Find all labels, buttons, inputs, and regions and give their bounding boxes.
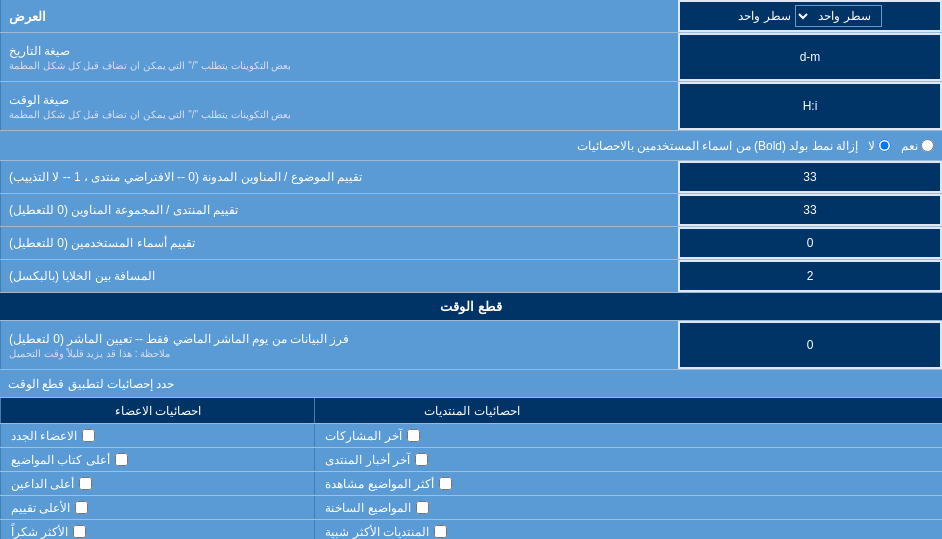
checkbox-empty-3 [629, 496, 942, 519]
checkboxes-header-col2: احصائيات المنتديات [314, 398, 628, 423]
time-cut-section-header: قطع الوقت [0, 293, 942, 321]
checkbox-members-label-1: أعلى كتاب المواضيع [11, 453, 110, 467]
topics-sort-label: تقييم الموضوع / المناوين المدونة (0 -- ا… [9, 170, 362, 184]
checkbox-forums-label-3: المواضيع الساخنة [325, 501, 410, 515]
checkbox-col2-0: آخر المشاركات [314, 424, 628, 447]
checkbox-members-1[interactable] [115, 453, 128, 466]
time-cut-label: فرز البيانات من يوم الماشر الماضي فقط --… [9, 332, 349, 346]
forum-sort-label: تقييم المنتدى / المجموعة المناوين (0 للت… [9, 203, 238, 217]
time-cut-sublabel: ملاحظة : هذا قد يزيد قليلاً وقت التحميل [9, 348, 170, 359]
checkbox-col2-3: المواضيع الساخنة [314, 496, 628, 519]
topics-sort-input[interactable] [686, 170, 934, 184]
bold-remove-row: إزالة نمط بولد (Bold) من اسماء المستخدمي… [0, 131, 942, 161]
time-format-sublabel: بعض التكوينات يتطلب "/" التي يمكن ان تضا… [9, 109, 291, 120]
users-sort-input[interactable] [686, 236, 934, 250]
header-row: العرض سطر واحد سطران ثلاثة أسطر سطر واحد [0, 0, 942, 33]
time-cut-row: فرز البيانات من يوم الماشر الماضي فقط --… [0, 321, 942, 370]
cells-distance-input[interactable] [686, 269, 934, 283]
date-format-label: صيغة التاريخ [9, 44, 70, 58]
checkbox-forums-label-2: أكثر المواضيع مشاهدة [325, 477, 434, 491]
checkbox-col1-2: أعلى الداعين [0, 472, 314, 495]
checkbox-col1-0: الاعضاء الجدد [0, 424, 314, 447]
checkboxes-header-col1: احصائيات الاعضاء [0, 398, 314, 423]
checkbox-row-0: الاعضاء الجدد آخر المشاركات [0, 424, 942, 448]
checkbox-col1-1: أعلى كتاب المواضيع [0, 448, 314, 471]
checkbox-row-1: أعلى كتاب المواضيع آخر أخبار المنتدى [0, 448, 942, 472]
checkbox-empty-2 [629, 472, 942, 495]
date-format-row: صيغة التاريخ بعض التكوينات يتطلب "/" الت… [0, 33, 942, 82]
checkbox-row-4: الأكثر شكراً المنتديات الأكثر شبية [0, 520, 942, 539]
stats-limit-label: حدد إحصائيات لتطبيق قطع الوقت [8, 377, 174, 391]
checkbox-col2-4: المنتديات الأكثر شبية [314, 520, 628, 539]
forum-sort-input[interactable] [686, 203, 934, 217]
bold-remove-yes-radio[interactable] [921, 139, 934, 152]
checkbox-empty-0 [629, 424, 942, 447]
checkbox-members-4[interactable] [73, 525, 86, 538]
checkbox-members-2[interactable] [79, 477, 92, 490]
checkbox-empty-1 [629, 448, 942, 471]
checkbox-members-0[interactable] [82, 429, 95, 442]
checkbox-forums-label-4: المنتديات الأكثر شبية [325, 525, 429, 539]
checkbox-row-2: أعلى الداعين أكثر المواضيع مشاهدة [0, 472, 942, 496]
cells-distance-row: المسافة بين الخلايا (بالبكسل) [0, 260, 942, 293]
checkbox-row-3: الأعلى تقييم المواضيع الساخنة [0, 496, 942, 520]
forum-sort-row: تقييم المنتدى / المجموعة المناوين (0 للت… [0, 194, 942, 227]
time-format-row: صيغة الوقت بعض التكوينات يتطلب "/" التي … [0, 82, 942, 131]
checkbox-empty-4 [629, 520, 942, 539]
checkbox-members-label-2: أعلى الداعين [11, 477, 74, 491]
users-sort-label: تقييم أسماء المستخدمين (0 للتعطيل) [9, 236, 195, 250]
bold-remove-yes-label[interactable]: نعم [901, 139, 934, 153]
checkbox-members-label-4: الأكثر شكراً [11, 525, 68, 539]
checkbox-forums-1[interactable] [415, 453, 428, 466]
checkbox-forums-label-1: آخر أخبار المنتدى [325, 453, 410, 467]
checkboxes-header-empty [629, 398, 942, 423]
lines-dropdown[interactable]: سطر واحد سطران ثلاثة أسطر [795, 5, 882, 27]
checkbox-col2-2: أكثر المواضيع مشاهدة [314, 472, 628, 495]
date-format-sublabel: بعض التكوينات يتطلب "/" التي يمكن ان تضا… [9, 60, 291, 71]
date-format-input[interactable] [686, 50, 934, 64]
checkboxes-header-row: احصائيات الاعضاء احصائيات المنتديات [0, 398, 942, 424]
users-sort-row: تقييم أسماء المستخدمين (0 للتعطيل) [0, 227, 942, 260]
bold-remove-no-radio[interactable] [878, 139, 891, 152]
time-cut-input[interactable] [686, 338, 934, 352]
bold-remove-label: إزالة نمط بولد (Bold) من اسماء المستخدمي… [8, 139, 858, 153]
time-format-label: صيغة الوقت [9, 93, 69, 107]
checkbox-members-3[interactable] [75, 501, 88, 514]
checkbox-forums-2[interactable] [439, 477, 452, 490]
header-title: العرض [9, 9, 46, 24]
checkbox-forums-0[interactable] [407, 429, 420, 442]
checkbox-col2-1: آخر أخبار المنتدى [314, 448, 628, 471]
checkbox-forums-4[interactable] [434, 525, 447, 538]
dropdown-label: سطر واحد [738, 9, 790, 23]
checkbox-col1-4: الأكثر شكراً [0, 520, 314, 539]
checkbox-forums-label-0: آخر المشاركات [325, 429, 401, 443]
time-format-input[interactable] [686, 99, 934, 113]
checkbox-members-label-0: الاعضاء الجدد [11, 429, 77, 443]
bold-remove-no-label[interactable]: لا [868, 139, 891, 153]
checkbox-col1-3: الأعلى تقييم [0, 496, 314, 519]
stats-limit-row: حدد إحصائيات لتطبيق قطع الوقت [0, 370, 942, 398]
topics-sort-row: تقييم الموضوع / المناوين المدونة (0 -- ا… [0, 161, 942, 194]
checkbox-members-label-3: الأعلى تقييم [11, 501, 70, 515]
checkbox-forums-3[interactable] [416, 501, 429, 514]
cells-distance-label: المسافة بين الخلايا (بالبكسل) [9, 269, 155, 283]
